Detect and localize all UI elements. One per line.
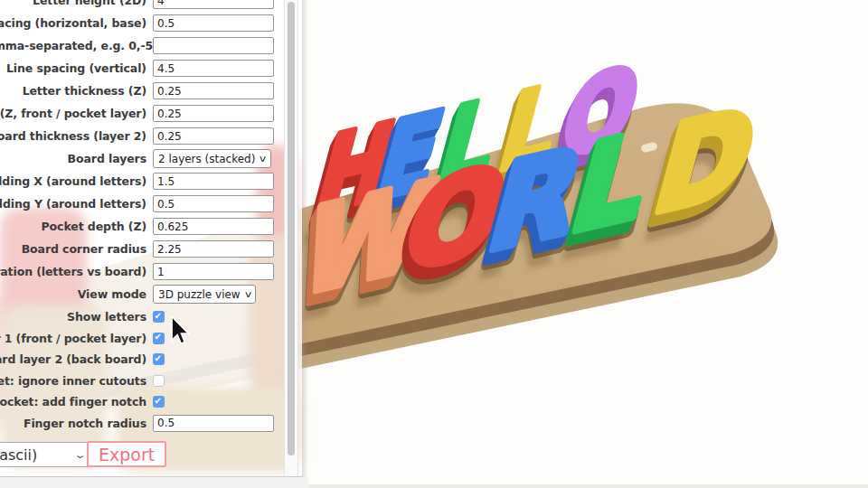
scrollbar-thumb[interactable] <box>288 2 295 455</box>
show-board-layer-2-back-board-checkbox[interactable] <box>153 353 165 365</box>
show-letters-checkbox[interactable] <box>153 311 165 323</box>
field-label: Letter spacing (horizontal, base) <box>0 16 153 30</box>
field-label: Separation (letters vs board) <box>0 265 153 278</box>
field-row-show-board-layer-2-back-board: Show board layer 2 (back board) <box>0 348 286 371</box>
chevron-down-icon: ∨ <box>259 154 268 164</box>
field-label: Show board layer 2 (back board) <box>0 352 153 366</box>
letter-thickness-z-input[interactable] <box>153 82 274 99</box>
board-padding-x-around-letters-input[interactable] <box>153 173 274 190</box>
chevron-down-icon: ⌄ <box>73 449 86 461</box>
pocket-depth-z-input[interactable] <box>153 218 274 235</box>
export-format-value: STL (ascii) <box>0 446 37 464</box>
page-background <box>0 477 308 488</box>
pocket-add-finger-notch-checkbox[interactable] <box>153 396 165 408</box>
field-label: Letter thickness (Z) <box>0 84 153 98</box>
field-label: Board corner radius <box>0 242 153 256</box>
field-label: Pocket depth (Z) <box>0 220 153 233</box>
field-label: Pocket: add finger notch <box>0 395 153 408</box>
app-window: HELLOWORLD HELLOWORLD HHHHHHEEEEEELLLLLL… <box>0 0 868 488</box>
field-row-view-mode: View mode3D puzzle view∨ <box>0 283 286 305</box>
view-mode-select[interactable]: 3D puzzle view∨ <box>153 285 256 304</box>
field-label: Per-letter spacing (comma-separated, e.g… <box>0 39 153 52</box>
flat-board-thickness-layer-2-input[interactable] <box>153 127 274 145</box>
field-row-board-padding-x-around-letters: Board padding X (around letters) <box>0 170 286 192</box>
field-row-pocket-depth-z: Pocket depth (Z) <box>0 215 286 238</box>
letter-height-2d-input[interactable] <box>153 0 274 9</box>
field-label: Show letters <box>0 310 153 324</box>
field-label: Board thickness (Z, front / pocket layer… <box>0 107 153 120</box>
field-label: Flat board thickness (layer 2) <box>0 129 153 143</box>
mouse-cursor <box>170 316 195 349</box>
field-row-letter-spacing-horizontal-base: Letter spacing (horizontal, base) <box>0 12 286 34</box>
field-row-pocket-ignore-inner-cutouts: Pocket: ignore inner cutouts <box>0 370 286 392</box>
field-row-finger-notch-radius: Finger notch radius <box>0 412 286 435</box>
export-button[interactable]: Export <box>87 441 166 467</box>
field-label: Show layer 1 (front / pocket layer) <box>0 332 153 345</box>
panel-shadow <box>302 0 308 488</box>
line-spacing-vertical-input[interactable] <box>153 60 274 77</box>
per-letter-spacing-comma-separated-e-g-0-5-0-3-input[interactable] <box>153 37 274 54</box>
separation-letters-vs-board-input[interactable] <box>153 263 274 280</box>
board-corner-radius-input[interactable] <box>153 240 274 258</box>
selected-value: 3D puzzle view <box>158 288 241 301</box>
field-row-board-layers: Board layers2 layers (stacked)∨ <box>0 147 286 170</box>
selected-value: 2 layers (stacked) <box>158 153 255 165</box>
field-label: Letter height (2D) <box>0 0 153 7</box>
field-row-show-layer-1-front-pocket-layer: Show layer 1 (front / pocket layer) <box>0 327 286 350</box>
board-thickness-z-front-pocket-layer-input[interactable] <box>153 105 274 122</box>
field-label: Board layers <box>0 152 153 165</box>
show-layer-1-front-pocket-layer-checkbox[interactable] <box>153 333 165 344</box>
field-label: Board padding X (around letters) <box>0 174 153 188</box>
field-label: Line spacing (vertical) <box>0 61 153 75</box>
field-row-board-padding-y-around-letters: Board padding Y (around letters) <box>0 192 286 215</box>
field-row-letter-thickness-z: Letter thickness (Z) <box>0 80 286 102</box>
export-format-select[interactable]: STL (ascii) ⌄ <box>0 442 92 467</box>
board-padding-y-around-letters-input[interactable] <box>153 195 274 212</box>
field-row-separation-letters-vs-board: Separation (letters vs board) <box>0 260 286 283</box>
board-layers-select[interactable]: 2 layers (stacked)∨ <box>153 149 271 168</box>
field-row-flat-board-thickness-layer-2: Flat board thickness (layer 2) <box>0 125 286 147</box>
chevron-down-icon: ∨ <box>243 289 252 299</box>
letter-spacing-horizontal-base-input[interactable] <box>153 14 274 32</box>
field-row-per-letter-spacing-comma-separated-e-g-0-5-0-3: Per-letter spacing (comma-separated, e.g… <box>0 34 286 57</box>
field-row-board-corner-radius: Board corner radius <box>0 238 286 260</box>
field-row-show-letters: Show letters <box>0 305 286 328</box>
settings-form: Letter height (2D)Letter spacing (horizo… <box>0 0 302 476</box>
panel-scrollbar[interactable] <box>284 0 298 476</box>
field-label: View mode <box>0 287 153 301</box>
field-label: Finger notch radius <box>0 417 153 430</box>
field-label: Board padding Y (around letters) <box>0 197 153 211</box>
pocket-ignore-inner-cutouts-checkbox[interactable] <box>153 375 165 387</box>
field-row-line-spacing-vertical: Line spacing (vertical) <box>0 57 286 80</box>
field-row-board-thickness-z-front-pocket-layer: Board thickness (Z, front / pocket layer… <box>0 102 286 125</box>
settings-panel: Letter height (2D)Letter spacing (horizo… <box>0 0 302 477</box>
field-row-pocket-add-finger-notch: Pocket: add finger notch <box>0 390 286 413</box>
field-row-letter-height-2d: Letter height (2D) <box>0 0 286 12</box>
finger-notch-radius-input[interactable] <box>153 415 274 432</box>
field-label: Pocket: ignore inner cutouts <box>0 374 153 388</box>
